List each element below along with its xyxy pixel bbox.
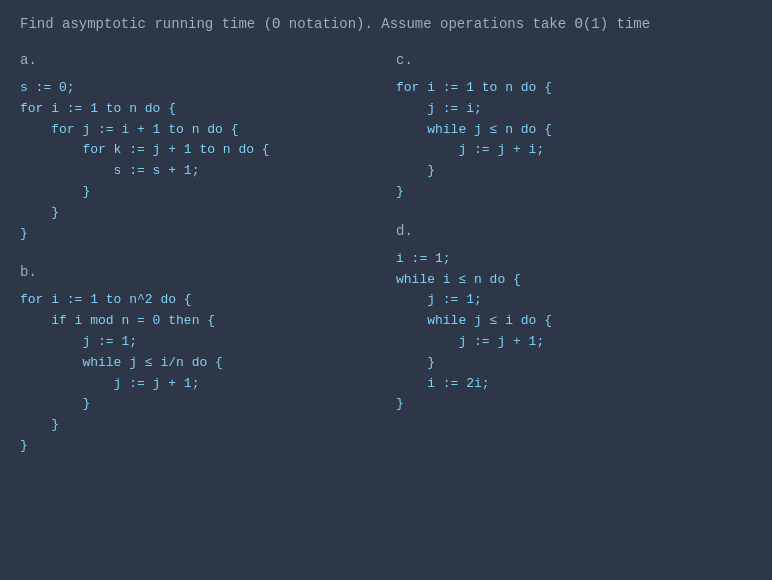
problem-d-label: d. — [396, 223, 742, 239]
problem-a-code: s := 0; for i := 1 to n do { for j := i … — [20, 78, 376, 244]
problems-grid: a. s := 0; for i := 1 to n do { for j :=… — [20, 52, 752, 564]
problem-b-code: for i := 1 to n^2 do { if i mod n = 0 th… — [20, 290, 376, 456]
problem-b: b. for i := 1 to n^2 do { if i mod n = 0… — [20, 264, 386, 456]
left-column: a. s := 0; for i := 1 to n do { for j :=… — [20, 52, 386, 564]
problem-a-label: a. — [20, 52, 376, 68]
right-column: c. for i := 1 to n do { j := i; while j … — [386, 52, 752, 564]
header-text: Find asymptotic running time (Θ notation… — [20, 16, 752, 32]
spacer-ab — [20, 244, 386, 264]
problem-d-code: i := 1; while i ≤ n do { j := 1; while j… — [396, 249, 742, 415]
main-container: Find asymptotic running time (Θ notation… — [0, 0, 772, 580]
problem-c: c. for i := 1 to n do { j := i; while j … — [396, 52, 752, 203]
problem-c-code: for i := 1 to n do { j := i; while j ≤ n… — [396, 78, 742, 203]
problem-c-label: c. — [396, 52, 742, 68]
problem-d: d. i := 1; while i ≤ n do { j := 1; whil… — [396, 223, 752, 415]
problem-a: a. s := 0; for i := 1 to n do { for j :=… — [20, 52, 386, 244]
problem-b-label: b. — [20, 264, 376, 280]
